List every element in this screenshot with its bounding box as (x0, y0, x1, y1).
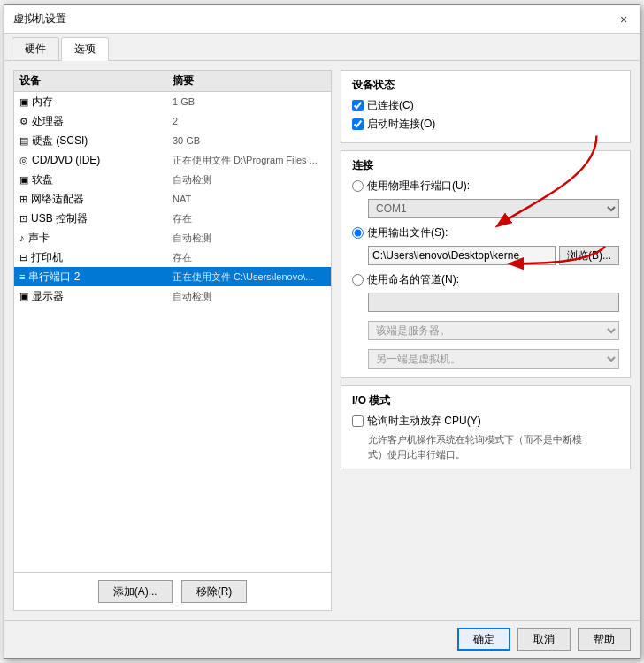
remove-button[interactable]: 移除(R) (181, 580, 248, 603)
device-icon: ⊡ (19, 213, 27, 225)
device-name-label: 打印机 (31, 250, 63, 265)
connected-label: 已连接(C) (367, 98, 414, 113)
cancel-button[interactable]: 取消 (518, 628, 571, 651)
polling-label: 轮询时主动放弃 CPU(Y) (367, 414, 481, 429)
device-name-label: 处理器 (32, 114, 64, 129)
device-icon: ▣ (19, 174, 28, 186)
device-icon: ▣ (19, 96, 28, 108)
named-pipe-radio-row: 使用命名的管道(N): (352, 272, 619, 287)
device-status-title: 设备状态 (352, 78, 619, 93)
device-icon: ♪ (19, 232, 25, 243)
file-path-row: 浏览(B)... (368, 246, 619, 265)
io-mode-section: I/O 模式 轮询时主动放弃 CPU(Y) 允许客户机操作系统在轮询模式下（而不… (341, 385, 631, 469)
output-file-radio-row: 使用输出文件(S): (352, 225, 619, 240)
device-row[interactable]: ⊡USB 控制器存在 (14, 209, 331, 228)
connection-section: 连接 使用物理串行端口(U): COM1 使用 (341, 150, 631, 378)
device-icon: ◎ (19, 155, 28, 166)
device-summary-label: 自动检测 (172, 173, 326, 187)
output-file-radio[interactable] (352, 227, 364, 239)
polling-checkbox[interactable] (352, 415, 364, 427)
device-summary-label: 2 (172, 116, 326, 126)
autoconnect-checkbox[interactable] (352, 118, 364, 130)
server-end-select[interactable]: 该端是服务器。 (368, 321, 619, 340)
device-icon: ⊟ (19, 252, 27, 263)
device-row[interactable]: ⊞网络适配器NAT (14, 189, 331, 209)
device-name-label: 显示器 (32, 289, 64, 304)
output-file-label: 使用输出文件(S): (367, 225, 448, 240)
close-button[interactable]: × (617, 12, 631, 27)
device-name-label: CD/DVD (IDE) (32, 154, 100, 166)
device-table-header: 设备 摘要 (14, 71, 331, 92)
device-summary-label: 1 GB (172, 96, 326, 107)
device-row[interactable]: ⊟打印机存在 (14, 248, 331, 267)
server-select-row: 该端是服务器。 (368, 321, 619, 340)
client-end-select[interactable]: 另一端是虚拟机。 (368, 349, 619, 369)
add-button[interactable]: 添加(A)... (98, 580, 172, 603)
device-summary-label: 存在 (172, 251, 326, 264)
device-name-label: 网络适配器 (31, 192, 84, 207)
device-summary-label: 自动检测 (172, 290, 326, 303)
device-row[interactable]: ≡串行端口 2正在使用文件 C:\Users\lenovo\... (14, 267, 331, 286)
device-icon: ≡ (19, 271, 25, 282)
tab-bar: 硬件 选项 (4, 34, 640, 61)
device-summary-label: NAT (172, 194, 326, 204)
device-list-panel: 设备 摘要 ▣内存1 GB⚙处理器2▤硬盘 (SCSI)30 GB◎CD/DVD… (13, 70, 332, 611)
connected-checkbox-row: 已连接(C) (352, 98, 619, 113)
ok-button[interactable]: 确定 (457, 628, 510, 651)
tab-options[interactable]: 选项 (61, 37, 109, 61)
dialog-footer: 确定 取消 帮助 (4, 620, 640, 658)
device-name-label: 硬盘 (SCSI) (32, 133, 88, 149)
device-name-label: 软盘 (32, 172, 53, 187)
device-name-label: 内存 (32, 95, 53, 110)
autoconnect-label: 启动时连接(O) (367, 117, 435, 132)
device-row[interactable]: ⚙处理器2 (14, 111, 331, 131)
col-device: 设备 (19, 73, 172, 88)
tab-hardware[interactable]: 硬件 (12, 37, 59, 60)
left-bottom-buttons: 添加(A)... 移除(R) (14, 572, 331, 610)
device-name-label: 声卡 (28, 231, 50, 246)
browse-button[interactable]: 浏览(B)... (559, 246, 619, 265)
io-desc: 允许客户机操作系统在轮询模式下（而不是中断模式）使用此串行端口。 (368, 432, 619, 461)
com-port-select[interactable]: COM1 (368, 199, 619, 218)
client-select-row: 另一端是虚拟机。 (368, 349, 619, 369)
connection-title: 连接 (352, 158, 619, 173)
named-pipe-radio[interactable] (352, 274, 364, 286)
device-icon: ▤ (19, 135, 28, 147)
named-pipe-label: 使用命名的管道(N): (367, 272, 459, 287)
col-summary: 摘要 (172, 73, 326, 88)
pipe-input-row (368, 293, 619, 312)
device-row[interactable]: ▣内存1 GB (14, 92, 331, 111)
device-row[interactable]: ▤硬盘 (SCSI)30 GB (14, 131, 331, 150)
device-summary-label: 正在使用文件 C:\Users\lenovo\... (172, 271, 326, 284)
physical-port-label: 使用物理串行端口(U): (367, 179, 470, 194)
device-row[interactable]: ▣软盘自动检测 (14, 170, 331, 189)
device-status-section: 设备状态 已连接(C) 启动时连接(O) (341, 70, 631, 143)
io-mode-title: I/O 模式 (352, 393, 619, 408)
device-summary-label: 自动检测 (172, 232, 326, 245)
device-icon: ⊞ (19, 194, 27, 205)
connection-radio-group: 使用物理串行端口(U): COM1 使用输出文件(S): 浏览( (352, 179, 619, 370)
title-bar: 虚拟机设置 × (4, 5, 640, 34)
device-row[interactable]: ♪声卡自动检测 (14, 228, 331, 248)
polling-checkbox-row: 轮询时主动放弃 CPU(Y) (352, 414, 619, 429)
device-name-label: USB 控制器 (31, 211, 88, 226)
file-path-input[interactable] (368, 246, 556, 265)
device-row[interactable]: ▣显示器自动检测 (14, 286, 331, 306)
pipe-input[interactable] (368, 293, 619, 312)
device-summary-label: 正在使用文件 D:\Program Files ... (172, 154, 326, 167)
dialog-title: 虚拟机设置 (13, 11, 66, 27)
help-button[interactable]: 帮助 (578, 628, 631, 651)
device-name-label: 串行端口 2 (28, 270, 80, 285)
device-icon: ▣ (19, 291, 28, 302)
autoconnect-checkbox-row: 启动时连接(O) (352, 117, 619, 132)
device-table-body: ▣内存1 GB⚙处理器2▤硬盘 (SCSI)30 GB◎CD/DVD (IDE)… (14, 92, 331, 572)
connected-checkbox[interactable] (352, 100, 364, 111)
device-summary-label: 30 GB (172, 135, 326, 146)
virtual-machine-settings-dialog: 虚拟机设置 × 硬件 选项 设备 摘要 ▣内存1 GB⚙处理器2▤硬盘 (SCS… (4, 4, 640, 659)
device-row[interactable]: ◎CD/DVD (IDE)正在使用文件 D:\Program Files ... (14, 150, 331, 170)
content-area: 设备 摘要 ▣内存1 GB⚙处理器2▤硬盘 (SCSI)30 GB◎CD/DVD… (4, 61, 640, 620)
device-summary-label: 存在 (172, 212, 326, 225)
physical-port-radio[interactable] (352, 180, 364, 192)
device-icon: ⚙ (19, 116, 28, 127)
physical-port-radio-row: 使用物理串行端口(U): (352, 179, 619, 194)
